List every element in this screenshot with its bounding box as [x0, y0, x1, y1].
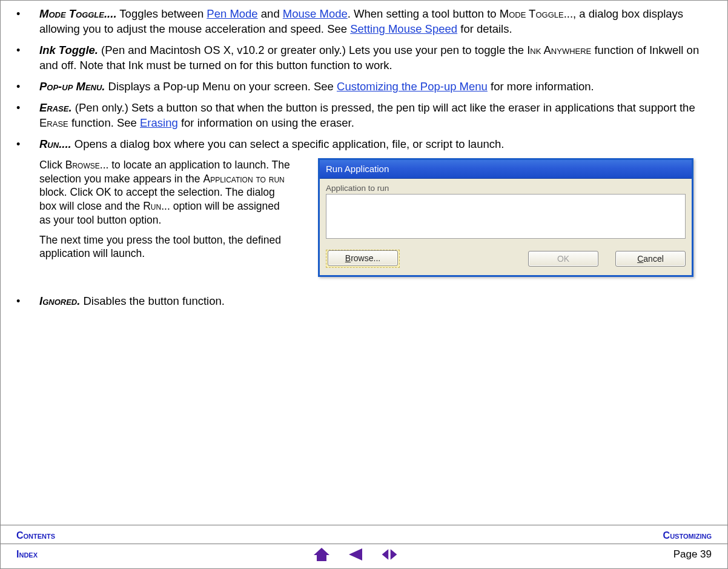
browse-rest: rowse... — [351, 253, 380, 263]
svg-marker-1 — [349, 548, 362, 561]
bullet-run: Run.... Opens a dialog box where you can… — [16, 137, 712, 152]
page-number: 39 — [700, 548, 712, 560]
page-split-icon[interactable] — [380, 547, 399, 562]
bullet-ink-toggle: Ink Toggle. (Pen and Macintosh OS X, v10… — [16, 43, 712, 73]
link-setting-mouse-speed[interactable]: Setting Mouse Speed — [350, 22, 457, 35]
cancel-button[interactable]: Cancel — [615, 251, 686, 267]
run-para-1: Click Browse... to locate an application… — [39, 158, 294, 227]
text: and — [258, 7, 283, 20]
smallcaps: Mode Toggle — [500, 7, 564, 20]
browse-highlight: Browse... — [326, 250, 400, 268]
page: Mode Toggle.... Toggles between Pen Mode… — [0, 0, 728, 569]
term-mode-toggle: Mode Toggle.... — [39, 7, 117, 20]
run-application-dialog: Run Application Application to run Brows… — [318, 158, 693, 277]
bullet-mode-toggle: Mode Toggle.... Toggles between Pen Mode… — [16, 7, 712, 37]
link-erasing[interactable]: Erasing — [140, 116, 178, 129]
cancel-rest: ancel — [643, 254, 663, 264]
application-to-run-input[interactable] — [326, 194, 686, 239]
run-text-column: Click Browse... to locate an application… — [39, 158, 294, 277]
bullet-ignored: Ignored. Disables the button function. — [16, 294, 712, 309]
dialog-right-buttons: OK Cancel — [528, 251, 686, 267]
browse-access-key: B — [345, 253, 351, 263]
run-para-2: The next time you press the tool button,… — [39, 233, 294, 261]
dialog-titlebar: Run Application — [320, 160, 692, 179]
nav-icon-group — [313, 547, 399, 562]
text: (Pen only.) Sets a button so that when t… — [72, 101, 695, 114]
dialog-body: Application to run — [320, 179, 692, 241]
dialog-wrap: Run Application Application to run Brows… — [318, 158, 698, 277]
smallcaps: Browse — [65, 159, 100, 171]
text: (Pen and Macintosh OS X, v10.2 or greate… — [98, 44, 527, 56]
page-indicator: Page 39 — [673, 548, 712, 561]
run-detail-block: Click Browse... to locate an application… — [16, 158, 712, 277]
term-ignored: Ignored. — [39, 294, 80, 307]
footer: Contents Customizing Index Page 39 — [1, 525, 727, 568]
browse-button[interactable]: Browse... — [328, 250, 398, 266]
bullet-list-2: Ignored. Disables the button function. — [16, 294, 712, 309]
text: function. See — [68, 116, 140, 129]
smallcaps: Erase — [39, 116, 68, 129]
cancel-access-key: C — [637, 254, 643, 264]
footer-row-1: Contents Customizing — [1, 525, 727, 544]
term-popup-menu: Pop-up Menu. — [39, 80, 105, 93]
svg-marker-2 — [382, 549, 388, 560]
home-icon[interactable] — [313, 547, 331, 562]
text: Disables the button function. — [80, 294, 225, 307]
index-link[interactable]: Index — [16, 549, 38, 560]
link-pen-mode[interactable]: Pen Mode — [207, 7, 257, 20]
content-area: Mode Toggle.... Toggles between Pen Mode… — [16, 7, 712, 522]
smallcaps: Ink Anywhere — [527, 44, 591, 56]
dialog-field-label: Application to run — [326, 184, 686, 193]
contents-link[interactable]: Contents — [16, 530, 55, 541]
text: Displays a Pop-up Menu on your screen. S… — [105, 80, 337, 93]
footer-row-2: Index Page 39 — [1, 544, 727, 568]
prev-page-icon[interactable] — [346, 547, 365, 562]
svg-marker-0 — [314, 548, 329, 561]
text: for more information. — [488, 80, 594, 93]
bullet-erase: Erase. (Pen only.) Sets a button so that… — [16, 101, 712, 131]
smallcaps: Run — [143, 200, 161, 212]
term-run: Run.... — [39, 138, 71, 150]
ok-button[interactable]: OK — [528, 251, 598, 267]
text: Opens a dialog box where you can select … — [71, 138, 505, 150]
text: for details. — [457, 22, 512, 35]
term-ink-toggle: Ink Toggle. — [39, 44, 98, 56]
link-customizing-popup[interactable]: Customizing the Pop-up Menu — [337, 80, 488, 93]
term-erase: Erase. — [39, 101, 72, 114]
bullet-popup-menu: Pop-up Menu. Displays a Pop-up Menu on y… — [16, 79, 712, 95]
svg-marker-3 — [391, 549, 397, 560]
smallcaps: Application to run — [203, 173, 284, 185]
customizing-link[interactable]: Customizing — [663, 530, 712, 541]
link-mouse-mode[interactable]: Mouse Mode — [283, 7, 348, 20]
bullet-list: Mode Toggle.... Toggles between Pen Mode… — [16, 7, 712, 152]
text: for information on using the eraser. — [178, 116, 354, 129]
page-label: Page — [673, 548, 700, 560]
text: Toggles between — [117, 7, 207, 20]
text: Click — [39, 159, 65, 171]
text: . When setting a tool button to — [348, 7, 500, 20]
dialog-button-row: Browse... OK Cancel — [320, 241, 692, 275]
